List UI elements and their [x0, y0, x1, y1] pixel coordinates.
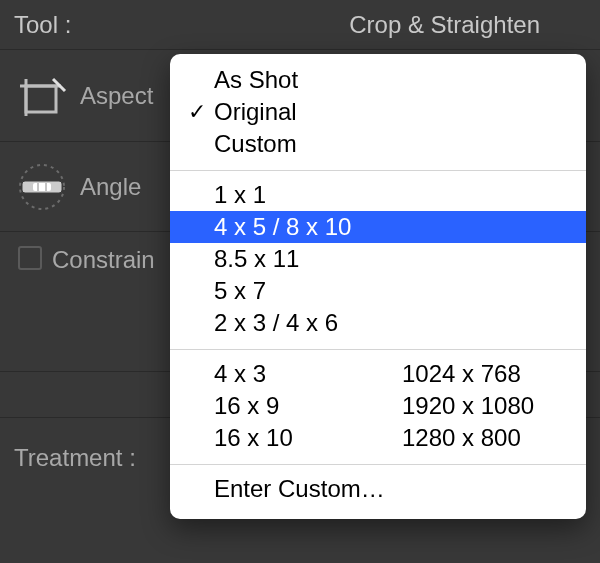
menu-item-label: 4 x 3 — [214, 358, 402, 390]
menu-item-ratio[interactable]: 4 x 5 / 8 x 10 — [170, 211, 586, 243]
tool-label: Tool : — [14, 11, 71, 39]
menu-item-resolution: 1280 x 800 — [402, 422, 568, 454]
menu-item-label: 2 x 3 / 4 x 6 — [214, 307, 338, 339]
menu-item-label: 16 x 10 — [214, 422, 402, 454]
dropdown-divider — [170, 464, 586, 465]
tool-header: Tool : Crop & Straighten — [0, 0, 600, 50]
menu-item-ratio-resolution[interactable]: 4 x 3 1024 x 768 — [170, 358, 586, 390]
dropdown-group-2: 1 x 1 4 x 5 / 8 x 10 8.5 x 11 5 x 7 2 x … — [170, 177, 586, 343]
menu-item-ratio[interactable]: 5 x 7 — [170, 275, 586, 307]
svg-rect-0 — [26, 86, 56, 112]
menu-item-ratio-resolution[interactable]: 16 x 10 1280 x 800 — [170, 422, 586, 454]
menu-item-ratio[interactable]: 1 x 1 — [170, 179, 586, 211]
constrain-checkbox[interactable] — [18, 246, 42, 270]
aspect-label: Aspect — [80, 82, 153, 110]
dropdown-divider — [170, 349, 586, 350]
menu-item-label: 1 x 1 — [214, 179, 266, 211]
dropdown-group-3: 4 x 3 1024 x 768 16 x 9 1920 x 1080 16 x… — [170, 356, 586, 458]
menu-item-label: As Shot — [214, 64, 298, 96]
crop-aspect-icon — [14, 68, 70, 124]
dropdown-divider — [170, 170, 586, 171]
constrain-label: Constrain — [52, 246, 155, 274]
menu-item-label: 8.5 x 11 — [214, 243, 299, 275]
menu-item-ratio[interactable]: 2 x 3 / 4 x 6 — [170, 307, 586, 339]
menu-item-as-shot[interactable]: As Shot — [170, 64, 586, 96]
menu-item-resolution: 1920 x 1080 — [402, 390, 568, 422]
menu-item-label: Custom — [214, 128, 297, 160]
menu-item-label: Enter Custom… — [214, 473, 385, 505]
menu-item-custom[interactable]: Custom — [170, 128, 586, 160]
dropdown-group-4: Enter Custom… — [170, 471, 586, 509]
menu-item-original[interactable]: ✓ Original — [170, 96, 586, 128]
menu-item-resolution: 1024 x 768 — [402, 358, 568, 390]
menu-item-label: Original — [214, 96, 297, 128]
tool-value: Crop & Straighten — [349, 11, 540, 39]
menu-item-ratio[interactable]: 8.5 x 11 — [170, 243, 586, 275]
checkmark-icon: ✓ — [188, 96, 214, 128]
menu-item-label: 5 x 7 — [214, 275, 266, 307]
level-angle-icon — [14, 159, 70, 215]
menu-item-label: 16 x 9 — [214, 390, 402, 422]
menu-item-ratio-resolution[interactable]: 16 x 9 1920 x 1080 — [170, 390, 586, 422]
aspect-ratio-dropdown[interactable]: As Shot ✓ Original Custom 1 x 1 4 x 5 / … — [170, 54, 586, 519]
angle-label: Angle — [80, 173, 141, 201]
dropdown-group-1: As Shot ✓ Original Custom — [170, 62, 586, 164]
menu-item-label: 4 x 5 / 8 x 10 — [214, 211, 351, 243]
treatment-label: Treatment : — [14, 444, 136, 472]
menu-item-enter-custom[interactable]: Enter Custom… — [170, 473, 586, 505]
svg-rect-6 — [33, 183, 51, 191]
